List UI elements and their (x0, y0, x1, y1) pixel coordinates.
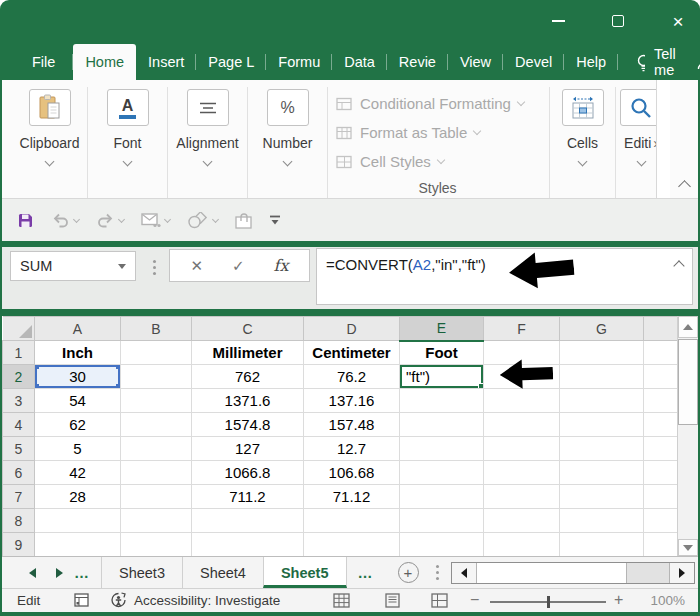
cell-E2[interactable]: "ft") (400, 365, 484, 389)
cell-D1[interactable]: Centimeter (304, 341, 400, 365)
column-header-A[interactable]: A (35, 317, 121, 341)
chevron-down-icon[interactable] (212, 215, 219, 222)
ribbon-group-clipboard[interactable]: Clipboard (12, 87, 88, 198)
cell-F8[interactable] (484, 509, 560, 533)
row-header-5[interactable]: 5 (3, 437, 35, 461)
name-box-dropdown-icon[interactable] (118, 264, 126, 269)
zoom-in-button[interactable]: + (614, 591, 623, 609)
cell-D9[interactable] (304, 533, 400, 557)
cell-E3[interactable] (400, 389, 484, 413)
scroll-up-button[interactable] (678, 316, 698, 338)
formula-bar-collapse-icon[interactable] (673, 260, 684, 271)
cell-G2[interactable] (560, 365, 644, 389)
zoom-out-button[interactable]: − (470, 591, 479, 609)
cell-D2[interactable]: 76.2 (304, 365, 400, 389)
insert-function-icon[interactable]: fx (274, 256, 289, 275)
column-header-F[interactable]: F (484, 317, 560, 341)
vertical-scrollbar[interactable] (677, 316, 698, 556)
scroll-down-button[interactable] (678, 539, 698, 556)
formula-input[interactable]: =CONVERT(A2,"in","ft") (316, 248, 693, 305)
cell-B9[interactable] (121, 533, 192, 557)
cell-G9[interactable] (560, 533, 644, 557)
cell-B6[interactable] (121, 461, 192, 485)
page-layout-view-button[interactable] (384, 593, 401, 612)
sheet-tab-sheet3[interactable]: Sheet3 (101, 557, 182, 588)
ribbon-group-number[interactable]: % Number (248, 87, 328, 198)
scroll-right-button[interactable] (669, 563, 694, 583)
format-as-table-button[interactable]: Format as Table (336, 118, 549, 147)
cell-E6[interactable] (400, 461, 484, 485)
cell-A2[interactable]: 30 (35, 365, 121, 389)
cell-B8[interactable] (121, 509, 192, 533)
cell-F9[interactable] (484, 533, 560, 557)
cell-styles-button[interactable]: Cell Styles (336, 147, 549, 176)
cell-A1[interactable]: Inch (35, 341, 121, 365)
cell-A7[interactable]: 28 (35, 485, 121, 509)
cell-B3[interactable] (121, 389, 192, 413)
row-header-3[interactable]: 3 (3, 389, 35, 413)
conditional-formatting-button[interactable]: Conditional Formatting (336, 89, 549, 118)
row-header-1[interactable]: 1 (3, 341, 35, 365)
cell-A4[interactable]: 62 (35, 413, 121, 437)
accessibility-status[interactable]: Accessibility: Investigate (110, 592, 280, 608)
sheet-nav-next-icon[interactable] (56, 568, 63, 578)
cell-E8[interactable] (400, 509, 484, 533)
scroll-left-button[interactable] (452, 563, 477, 583)
cell-F5[interactable] (484, 437, 560, 461)
cell-A5[interactable]: 5 (35, 437, 121, 461)
row-header-2[interactable]: 2 (3, 365, 35, 389)
cell-B4[interactable] (121, 413, 192, 437)
share-button[interactable]: Share (696, 44, 700, 80)
cell-G5[interactable] (560, 437, 644, 461)
zoom-level[interactable]: 100% (650, 593, 685, 608)
cell-G8[interactable] (560, 509, 644, 533)
close-button[interactable]: × (664, 8, 692, 34)
cell-F7[interactable] (484, 485, 560, 509)
maximize-button[interactable] (604, 8, 632, 34)
chevron-down-icon[interactable] (118, 215, 125, 222)
tab-home[interactable]: Home (73, 44, 136, 80)
cell-F4[interactable] (484, 413, 560, 437)
row-header-6[interactable]: 6 (3, 461, 35, 485)
cell-D7[interactable]: 71.12 (304, 485, 400, 509)
attachment-button[interactable] (235, 212, 252, 229)
cell-C9[interactable] (192, 533, 304, 557)
cell-C2[interactable]: 762 (192, 365, 304, 389)
tab-view[interactable]: View (448, 44, 503, 80)
cell-B1[interactable] (121, 341, 192, 365)
tell-me-box[interactable]: Tell me (622, 44, 696, 80)
cell-C4[interactable]: 1574.8 (192, 413, 304, 437)
vertical-scrollbar-thumb[interactable] (678, 339, 698, 425)
cell-E4[interactable] (400, 413, 484, 437)
tab-help[interactable]: Help (564, 44, 618, 80)
cell-A3[interactable]: 54 (35, 389, 121, 413)
cell-G1[interactable] (560, 341, 644, 365)
cell-C8[interactable] (192, 509, 304, 533)
cell-D6[interactable]: 106.68 (304, 461, 400, 485)
cell-F6[interactable] (484, 461, 560, 485)
ribbon-group-cells[interactable]: Cells (550, 87, 616, 198)
horizontal-scrollbar[interactable] (451, 562, 695, 584)
cell-C3[interactable]: 1371.6 (192, 389, 304, 413)
cancel-icon[interactable]: ✕ (190, 257, 203, 275)
cell-E9[interactable] (400, 533, 484, 557)
email-button[interactable] (141, 213, 170, 228)
cell-D3[interactable]: 137.16 (304, 389, 400, 413)
cell-B5[interactable] (121, 437, 192, 461)
ribbon-group-font[interactable]: A Font (88, 87, 168, 198)
cell-E7[interactable] (400, 485, 484, 509)
page-break-view-button[interactable] (431, 593, 448, 612)
normal-view-button[interactable] (333, 593, 350, 612)
cell-C6[interactable]: 1066.8 (192, 461, 304, 485)
ribbon-group-alignment[interactable]: Alignment (168, 87, 248, 198)
row-header-7[interactable]: 7 (3, 485, 35, 509)
sheetbar-grip-icon[interactable] (436, 571, 439, 574)
row-header-9[interactable]: 9 (3, 533, 35, 557)
cell-D8[interactable] (304, 509, 400, 533)
tab-formulas[interactable]: Formu (266, 44, 332, 80)
sheet-nav-prev-icon[interactable] (29, 568, 36, 578)
save-button[interactable] (17, 212, 34, 229)
cell-C7[interactable]: 711.2 (192, 485, 304, 509)
cell-D4[interactable]: 157.48 (304, 413, 400, 437)
new-sheet-button[interactable]: + (398, 562, 419, 583)
